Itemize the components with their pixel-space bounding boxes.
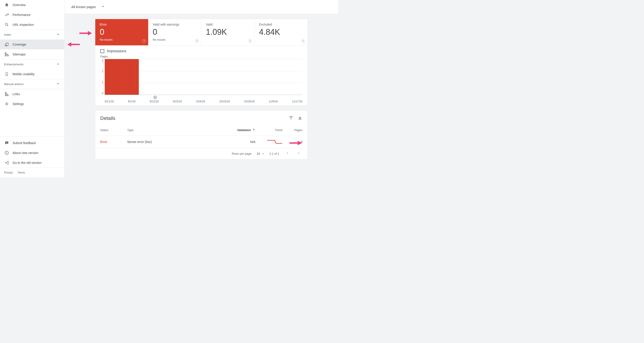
gear-icon (4, 101, 10, 107)
chart-bar (132, 59, 135, 95)
x-tick: 10/26/18 (244, 100, 254, 103)
svg-rect-2 (6, 43, 8, 46)
sidebar-section-index[interactable]: Index (0, 30, 64, 40)
links-icon (4, 91, 10, 97)
chart-bar (116, 59, 118, 95)
td-validation: N/A (228, 140, 256, 144)
sidebar-item-label: Sitemaps (12, 53, 26, 56)
chart-bar (113, 59, 116, 95)
copy-icon (4, 42, 10, 47)
svg-point-16 (7, 152, 7, 152)
th-validation[interactable]: Validation (228, 128, 256, 132)
chart-bar (105, 59, 107, 95)
svg-line-1 (7, 25, 8, 26)
sidebar-item-label: Performance (12, 13, 30, 17)
help-icon[interactable]: ? (248, 39, 252, 43)
page-filter-select[interactable]: All known pages (71, 4, 105, 10)
privacy-link[interactable]: Privacy (4, 171, 13, 174)
sidebar-item-coverage[interactable]: Coverage (0, 40, 64, 49)
next-page-button[interactable] (295, 151, 302, 156)
chart-bar (111, 59, 114, 95)
chevron-up-icon (56, 62, 60, 67)
chart-x-axis: 8/21/189/1/189/12/189/23/1810/4/1810/15/… (100, 100, 302, 103)
filter-icon[interactable] (288, 115, 294, 121)
x-tick: 9/1/18 (128, 100, 136, 103)
sidebar-item-mobile-usability[interactable]: Mobile Usability (0, 69, 64, 79)
terms-link[interactable]: Terms (18, 171, 25, 174)
sidebar-section-enhancements[interactable]: Enhancements (0, 59, 64, 69)
details-card: Details Status Type (95, 110, 308, 159)
svg-rect-8 (5, 93, 6, 94)
td-type: Server error (5xx) (127, 140, 228, 144)
chart-bar (130, 59, 132, 95)
svg-point-11 (6, 104, 8, 105)
sidebar-item-overview[interactable]: Overview (0, 0, 64, 10)
main: All known pages Error 0 No issues (64, 0, 338, 177)
metric-card-valid[interactable]: Valid 1.09K ? (201, 19, 254, 45)
prev-page-button[interactable] (284, 151, 291, 156)
chart-card: Impressions Pages 3 2 1 0 (95, 46, 308, 106)
sidebar-item-performance[interactable]: Performance (0, 10, 64, 20)
help-icon[interactable]: ? (195, 39, 199, 43)
metric-value: 0 (153, 28, 197, 37)
rows-per-page-select[interactable]: 10 (256, 152, 264, 156)
metric-value: 4.84K (259, 28, 303, 37)
annotation-arrow (290, 140, 302, 146)
metric-card-error[interactable]: Error 0 No issues ? (95, 19, 148, 45)
metric-cards: Error 0 No issues ? Valid with warnings … (95, 19, 308, 46)
sidebar-item-url-inspection[interactable]: URL inspection (0, 20, 64, 30)
metric-card-excluded[interactable]: Excluded 4.84K ? (254, 19, 308, 45)
sidebar-section-manual-actions[interactable]: Manual actions (0, 79, 64, 89)
sidebar-item-sitemaps[interactable]: Sitemaps (0, 49, 64, 59)
chart-bar (134, 59, 137, 95)
metric-title: Valid (206, 23, 250, 26)
sidebar-item-old-version[interactable]: Go to the old version (0, 158, 64, 168)
sidebar-section-label: Index (4, 33, 11, 36)
x-tick: 11/6/18 (269, 100, 278, 103)
svg-point-0 (5, 23, 8, 25)
legal-links: Privacy Terms (0, 168, 64, 177)
svg-rect-13 (6, 143, 7, 143)
sidebar-item-about[interactable]: About new version (0, 148, 64, 158)
table-row[interactable]: Error Server error (5xx) N/A 0 (95, 136, 308, 148)
impressions-checkbox[interactable] (100, 49, 104, 53)
chart-bar (107, 59, 109, 95)
impressions-label: Impressions (107, 49, 126, 53)
sidebar: Overview Performance URL inspection Inde… (0, 0, 64, 177)
sidebar-item-label: Mobile Usability (12, 72, 34, 76)
sidebar-item-label: About new version (12, 151, 38, 155)
x-tick: 9/23/18 (173, 100, 182, 103)
chart-y-title: Pages (100, 55, 302, 58)
metric-value: 1.09K (206, 28, 250, 37)
chart-bar (118, 59, 120, 95)
help-icon[interactable]: ? (301, 39, 305, 43)
y-tick: 2 (102, 70, 103, 73)
chart-plot: 1 (105, 59, 302, 95)
svg-rect-20 (290, 119, 292, 119)
sidebar-item-label: Links (12, 92, 20, 96)
exit-icon (4, 160, 10, 165)
sidebar-item-label: Coverage (12, 43, 26, 46)
sidebar-item-settings[interactable]: Settings (0, 99, 64, 109)
help-icon[interactable]: ? (142, 39, 146, 43)
td-status: Error (100, 140, 127, 144)
chart-bar (120, 59, 122, 95)
td-trend (256, 139, 282, 144)
details-title: Details (100, 115, 115, 121)
chart-bars (105, 59, 139, 95)
trend-icon (4, 12, 10, 18)
download-icon[interactable] (298, 115, 302, 121)
chevron-down-icon (56, 82, 60, 87)
chart-bar (109, 59, 111, 95)
sidebar-item-submit-feedback[interactable]: Submit feedback (0, 138, 64, 148)
sidebar-item-links[interactable]: Links (0, 89, 64, 99)
x-tick: 8/21/18 (105, 100, 114, 103)
metric-sub: No issues (100, 38, 144, 41)
svg-rect-12 (6, 142, 7, 143)
metric-card-valid-warnings[interactable]: Valid with warnings 0 No issues ? (148, 19, 201, 45)
metric-sub: No issues (153, 38, 197, 41)
sitemap-icon (4, 52, 10, 57)
chart-marker[interactable]: 1 (154, 96, 157, 99)
page-range: 1-1 of 1 (269, 152, 279, 155)
sidebar-item-label: Overview (12, 3, 26, 7)
